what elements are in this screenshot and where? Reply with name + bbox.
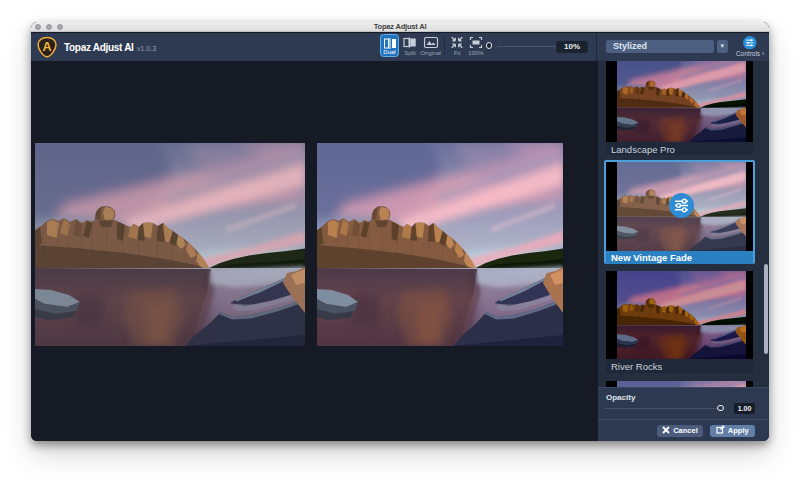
svg-text:A: A — [42, 40, 51, 54]
